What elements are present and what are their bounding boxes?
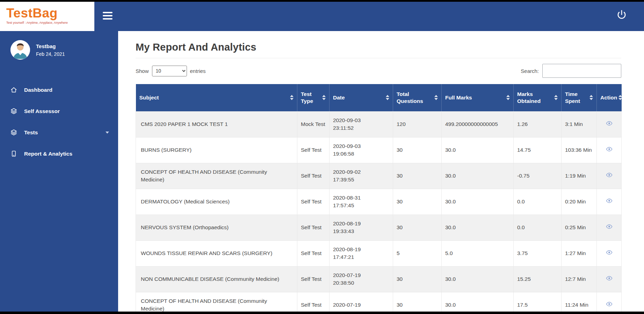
cell-time-spent: 0:20 Min	[562, 189, 597, 215]
eye-icon	[606, 223, 613, 230]
eye-icon	[606, 275, 613, 282]
sort-icon	[589, 95, 593, 100]
cell-marks-obtained: 3.75	[514, 240, 562, 266]
cell-time-spent: 1:19 Min	[562, 163, 597, 189]
column-header-test-type[interactable]: Test Type	[297, 84, 330, 111]
sidebar-item-label: Self Assessor	[24, 108, 60, 114]
cell-total-questions: 30	[393, 189, 442, 215]
cell-test-type: Self Test	[297, 266, 330, 292]
view-report-button[interactable]	[605, 274, 613, 282]
column-header-action[interactable]: Action	[597, 84, 622, 111]
layers-icon	[10, 129, 17, 136]
cell-test-type: Self Test	[297, 163, 330, 189]
cell-full-marks: 30.0	[442, 292, 514, 314]
cell-subject: NON COMMUNICABLE DISEASE (Community Medi…	[136, 266, 297, 292]
column-header-date[interactable]: Date	[330, 84, 393, 111]
logout-button[interactable]	[615, 9, 628, 22]
table-row: NERVOUS SYSTEM (Orthopaedics) Self Test …	[136, 215, 622, 240]
cell-subject: CMS 2020 PAPER 1 MOCK TEST 1	[136, 111, 297, 137]
cell-date: 2020-08-1917:47:21	[330, 240, 393, 266]
view-report-button[interactable]	[605, 145, 613, 153]
cell-action	[597, 111, 622, 137]
cell-action	[597, 292, 622, 314]
user-avatar-icon	[10, 40, 30, 60]
cell-test-type: Self Test	[297, 189, 330, 215]
top-frame-bar	[0, 0, 644, 2]
home-icon	[10, 87, 17, 93]
cell-action	[597, 189, 622, 215]
layers-icon	[10, 108, 17, 114]
cell-total-questions: 30	[393, 266, 442, 292]
cell-test-type: Self Test	[297, 240, 330, 266]
column-header-marks-obtained[interactable]: Marks Obtained	[514, 84, 562, 111]
table-row: CONCEPT OF HEALTH AND DISEASE (Community…	[136, 292, 622, 314]
cell-action	[597, 137, 622, 163]
cell-test-type: Self Test	[297, 215, 330, 240]
sidebar: Testbag Feb 24, 2021 Dashboard Self Asse…	[0, 31, 118, 314]
cell-marks-obtained: 1.26	[514, 111, 562, 137]
search-wrap: Search:	[521, 64, 621, 78]
cell-full-marks: 30.0	[442, 189, 514, 215]
sidebar-item-dashboard[interactable]: Dashboard	[0, 79, 118, 100]
table-row: NON COMMUNICABLE DISEASE (Community Medi…	[136, 266, 622, 292]
sort-icon	[322, 95, 326, 100]
cell-time-spent: 11:24 Min	[562, 292, 597, 314]
view-report-button[interactable]	[605, 300, 613, 308]
eye-icon	[606, 146, 613, 152]
power-icon	[616, 9, 627, 21]
column-header-total-questions[interactable]: Total Questions	[393, 84, 442, 111]
cell-test-type: Self Test	[297, 137, 330, 163]
chevron-down-icon	[106, 132, 109, 134]
cell-time-spent: 1:27 Min	[562, 240, 597, 266]
cell-action	[597, 266, 622, 292]
page-title: My Report And Analytics	[136, 42, 644, 53]
view-report-button[interactable]	[605, 197, 613, 205]
brand-tagline: Test yourself : Anytime, Anyplace, Anywh…	[6, 21, 94, 24]
view-report-button[interactable]	[605, 248, 613, 256]
sidebar-item-self-assessor[interactable]: Self Assessor	[0, 100, 118, 122]
cell-date: 2020-07-19	[330, 292, 393, 314]
view-report-button[interactable]	[605, 223, 613, 231]
eye-icon	[606, 301, 613, 307]
search-input[interactable]	[542, 64, 621, 78]
sort-icon	[554, 95, 558, 100]
title-divider	[136, 58, 621, 58]
cell-full-marks: 5.0	[442, 240, 514, 266]
cell-marks-obtained: 15.25	[514, 266, 562, 292]
table-row: CMS 2020 PAPER 1 MOCK TEST 1 Mock Test 2…	[136, 111, 622, 137]
column-header-subject[interactable]: Subject	[136, 84, 297, 111]
cell-time-spent: 3:1 Min	[562, 111, 597, 137]
tablet-icon	[10, 150, 17, 157]
view-report-button[interactable]	[605, 171, 613, 179]
table-row: DERMATOLOGY (Medical Sciences) Self Test…	[136, 189, 622, 215]
column-header-full-marks[interactable]: Full Marks	[442, 84, 514, 111]
cell-marks-obtained: 14.75	[514, 137, 562, 163]
brand-logo[interactable]: TestBag Test yourself : Anytime, Anyplac…	[0, 0, 94, 31]
eye-icon	[606, 172, 613, 178]
cell-date: 2020-09-0319:06:58	[330, 137, 393, 163]
entries-select[interactable]: 10	[152, 66, 187, 76]
cell-marks-obtained: 17.5	[514, 292, 562, 314]
menu-toggle-button[interactable]	[101, 10, 115, 22]
cell-action	[597, 215, 622, 240]
eye-icon	[606, 120, 613, 127]
brand-logo-text: TestBag	[6, 7, 94, 20]
cell-date: 2020-07-1920:38:50	[330, 266, 393, 292]
table-row: CONCEPT OF HEALTH AND DISEASE (Community…	[136, 163, 622, 189]
cell-time-spent: 0:25 Min	[562, 215, 597, 240]
eye-icon	[606, 197, 613, 204]
cell-marks-obtained: 0.0	[514, 189, 562, 215]
cell-total-questions: 120	[393, 111, 442, 137]
cell-full-marks: 30.0	[442, 266, 514, 292]
main-content: My Report And Analytics Show 10 entries …	[118, 31, 644, 314]
sort-icon	[386, 95, 389, 100]
view-report-button[interactable]	[605, 119, 613, 127]
column-header-time-spent[interactable]: Time Spent	[562, 84, 597, 111]
sidebar-item-tests[interactable]: Tests	[0, 122, 118, 143]
top-bar: TestBag Test yourself : Anytime, Anyplac…	[0, 0, 644, 31]
cell-full-marks: 30.0	[442, 215, 514, 240]
sidebar-item-report-analytics[interactable]: Report & Analytics	[0, 143, 118, 164]
cell-subject: DERMATOLOGY (Medical Sciences)	[136, 189, 297, 215]
search-label: Search:	[521, 68, 539, 74]
cell-date: 2020-09-0323:11:52	[330, 111, 393, 137]
